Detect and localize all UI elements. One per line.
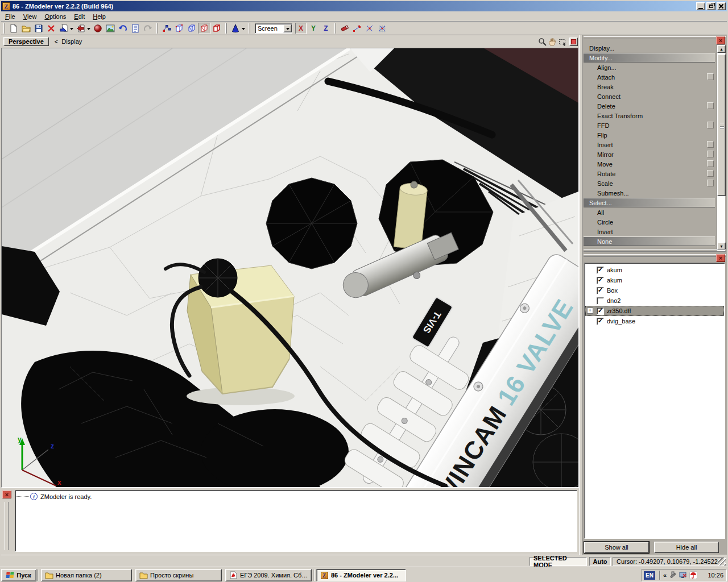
menu-options[interactable]: Options <box>40 12 70 21</box>
toolbar-grip[interactable] <box>225 23 227 34</box>
undo-icon[interactable] <box>117 23 129 34</box>
hide-all-button[interactable]: Hide all <box>654 542 719 553</box>
object-item-akum-2[interactable]: akum <box>585 275 724 285</box>
clock[interactable]: 10:26 <box>708 572 725 579</box>
start-button[interactable]: Пуск <box>1 569 36 581</box>
open-folder-icon[interactable] <box>20 23 32 34</box>
command-delete-checkbox[interactable] <box>707 102 714 109</box>
resize-grip[interactable] <box>718 558 726 566</box>
command-align[interactable]: Align... <box>584 63 715 72</box>
command-attach-checkbox[interactable] <box>707 73 714 80</box>
expander-icon[interactable]: + <box>587 307 593 314</box>
command-exact-transform[interactable]: Exact Transform <box>584 111 715 120</box>
restore-button[interactable] <box>706 2 715 10</box>
menu-help[interactable]: Help <box>89 12 110 21</box>
viewport-tab-perspective[interactable]: Perspective <box>3 37 49 46</box>
commands-scrollbar[interactable]: ▲ ▼ <box>717 44 725 251</box>
object-checkbox[interactable] <box>597 318 604 325</box>
language-indicator[interactable]: EN <box>644 571 655 580</box>
objects-pane-grip[interactable] <box>584 254 726 257</box>
command-connect[interactable]: Connect <box>584 92 715 101</box>
object-item-akum-1[interactable]: akum <box>585 265 724 275</box>
viewport-back-arrow[interactable]: < <box>55 38 58 45</box>
axis-z-button[interactable]: Z <box>320 23 332 34</box>
command-rotate-checkbox[interactable] <box>707 170 714 177</box>
task-prosto-skriny[interactable]: Просто скрины <box>135 569 222 581</box>
pan-icon[interactable] <box>547 36 557 47</box>
object-item-dvig-base[interactable]: dvig_base <box>585 316 724 326</box>
command-insert-checkbox[interactable] <box>707 141 714 148</box>
command-scale-checkbox[interactable] <box>707 180 714 186</box>
task-zmodeler[interactable]: Z 86 - ZModeler ver 2.2... <box>316 569 406 581</box>
command-delete[interactable]: Delete <box>584 101 715 111</box>
view-select-arrow[interactable] <box>283 24 292 32</box>
menu-edit[interactable]: Edit <box>70 12 89 21</box>
show-all-button[interactable]: Show all <box>584 542 649 553</box>
menu-file[interactable]: File <box>1 12 19 21</box>
viewport-maximize-button[interactable] <box>569 38 578 46</box>
command-select-invert[interactable]: Invert <box>584 227 715 236</box>
command-ffd-checkbox[interactable] <box>707 122 714 128</box>
command-mirror[interactable]: Mirror <box>584 149 715 159</box>
command-break[interactable]: Break <box>584 82 715 92</box>
command-display[interactable]: Display... <box>584 43 715 53</box>
object-item-zr350[interactable]: +zr350.dff <box>585 306 724 316</box>
object-checkbox[interactable] <box>597 297 604 305</box>
toolbar-grip[interactable] <box>3 23 5 34</box>
snap-grid-icon[interactable] <box>376 23 388 34</box>
toolbar-grip[interactable] <box>249 23 250 34</box>
edges-mode-icon[interactable] <box>173 23 185 34</box>
snap-vertex-icon[interactable] <box>351 23 363 34</box>
auto-indicator[interactable]: Auto <box>589 557 611 566</box>
pane-splitter[interactable] <box>584 249 726 252</box>
command-attach[interactable]: Attach <box>584 72 715 82</box>
object-checkbox[interactable] <box>597 287 604 294</box>
save-icon[interactable] <box>32 23 45 34</box>
command-select-none[interactable]: None <box>584 236 715 246</box>
command-modify[interactable]: Modify... <box>584 53 715 63</box>
import-dropdown-arrow[interactable] <box>70 28 73 32</box>
region-select-icon[interactable] <box>557 36 568 47</box>
texture-image-icon[interactable] <box>104 23 117 34</box>
axis-y-button[interactable]: Y <box>308 23 319 34</box>
objects-close-button[interactable]: × <box>716 254 725 262</box>
object-item-dno2[interactable]: dno2 <box>585 296 724 306</box>
snap-intersection-icon[interactable] <box>363 23 376 34</box>
new-file-icon[interactable] <box>7 23 20 34</box>
task-novaya-papka[interactable]: Новая папка (2) <box>41 569 132 581</box>
titlebar[interactable]: Z 86 - ZModeler ver 2.2.2 (Build 964) <box>1 1 727 11</box>
toolbar-grip[interactable] <box>334 23 336 34</box>
task-ege-pdf[interactable]: ЕГЭ 2009. Химия. Сбор... <box>225 569 312 581</box>
command-move[interactable]: Move <box>584 159 715 169</box>
command-ffd[interactable]: FFD <box>584 120 715 130</box>
export-icon[interactable] <box>75 23 87 34</box>
close-button[interactable] <box>717 2 726 10</box>
command-select-all[interactable]: All <box>584 207 715 217</box>
log-close-button[interactable]: × <box>2 490 11 498</box>
object-item-box[interactable]: Box <box>585 285 724 296</box>
scrollbar-thumb[interactable] <box>717 54 726 196</box>
commands-close-button[interactable]: × <box>716 36 725 44</box>
log-view-icon[interactable] <box>129 23 142 34</box>
gizmo-dropdown-arrow[interactable] <box>242 28 245 32</box>
command-move-checkbox[interactable] <box>707 160 714 167</box>
command-scale[interactable]: Scale <box>584 178 715 188</box>
minimize-button[interactable] <box>696 2 705 10</box>
viewport-mode-label[interactable]: Display <box>61 38 82 45</box>
viewport-3d[interactable]: TWINCAM16 VALVE T-VIS y z x <box>1 48 579 488</box>
command-mirror-checkbox[interactable] <box>707 151 714 157</box>
command-submesh[interactable]: Submesh... <box>584 188 715 198</box>
scene-mode-icon[interactable] <box>210 23 223 34</box>
zoom-icon[interactable] <box>537 36 547 47</box>
display-tray-icon[interactable] <box>679 571 688 580</box>
toolbar-grip[interactable] <box>156 23 158 34</box>
viewport-canvas[interactable]: TWINCAM16 VALVE T-VIS y z x <box>2 48 578 487</box>
magnet-icon[interactable] <box>338 23 351 34</box>
menu-view[interactable]: View <box>19 12 41 21</box>
tool-tray-icon[interactable] <box>668 571 677 580</box>
import-icon[interactable] <box>57 23 70 34</box>
view-select[interactable]: Screen <box>255 23 292 34</box>
polygons-mode-icon[interactable] <box>185 23 198 34</box>
object-checkbox[interactable] <box>597 267 604 274</box>
delete-icon[interactable] <box>45 23 57 34</box>
